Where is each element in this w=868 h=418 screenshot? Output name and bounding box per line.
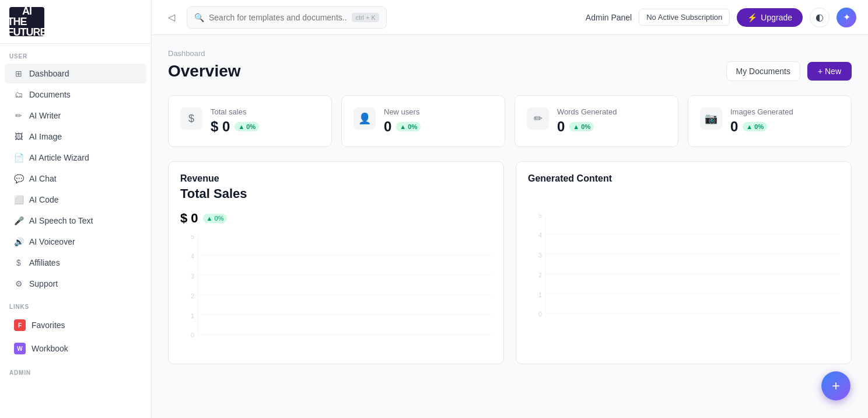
sidebar-item-workbook[interactable]: W Workbook bbox=[5, 337, 146, 360]
stat-card-new-users: 👤 New users 0 ▲ 0% bbox=[341, 95, 505, 147]
svg-text:3: 3 bbox=[191, 273, 194, 280]
words-generated-icon: ✏ bbox=[527, 107, 549, 130]
workbook-avatar: W bbox=[14, 343, 26, 354]
page-header: Overview My Documents + New bbox=[168, 61, 852, 81]
documents-icon: 🗂 bbox=[14, 90, 23, 99]
ai-article-icon: 📄 bbox=[14, 153, 23, 162]
sidebar-item-label: Favorites bbox=[32, 321, 65, 330]
favorites-avatar: F bbox=[14, 319, 26, 331]
revenue-badge: ▲ 0% bbox=[203, 214, 228, 223]
revenue-chart-card: Revenue Total Sales $ 0 ▲ 0% bbox=[168, 161, 504, 364]
generated-content-chart-card: Generated Content 5 4 3 2 1 bbox=[516, 161, 852, 364]
sidebar-item-label: Dashboard bbox=[29, 69, 69, 78]
sidebar-item-ai-speech[interactable]: 🎤 AI Speech to Text bbox=[5, 211, 146, 231]
revenue-chart-area: 5 4 3 2 1 0 bbox=[180, 235, 492, 352]
ai-writer-icon: ✏ bbox=[14, 111, 23, 120]
svg-text:4: 4 bbox=[538, 232, 542, 239]
upgrade-label: Upgrade bbox=[761, 13, 792, 22]
search-bar[interactable]: 🔍 ctrl + K bbox=[187, 6, 387, 29]
stat-card-total-sales: $ Total sales $ 0 ▲ 0% bbox=[168, 95, 332, 147]
svg-text:0: 0 bbox=[191, 332, 194, 339]
ai-speech-icon: 🎤 bbox=[14, 216, 23, 225]
ai-voiceover-icon: 🔊 bbox=[14, 237, 23, 246]
svg-text:5: 5 bbox=[191, 235, 194, 240]
sidebar-item-support[interactable]: ⚙ Support bbox=[5, 274, 146, 294]
stats-grid: $ Total sales $ 0 ▲ 0% 👤 New users 0 ▲ 0… bbox=[168, 95, 852, 147]
images-generated-icon: 📷 bbox=[700, 107, 722, 130]
logo: AI THE FUTURE bbox=[9, 7, 44, 36]
my-documents-button[interactable]: My Documents bbox=[726, 61, 800, 81]
revenue-chart-title: Revenue bbox=[180, 173, 492, 184]
generated-chart-area: 5 4 3 2 1 0 bbox=[528, 214, 839, 331]
sidebar-item-ai-article-wizard[interactable]: 📄 AI Article Wizard bbox=[5, 148, 146, 168]
sidebar-item-label: AI Speech to Text bbox=[29, 216, 93, 225]
words-generated-label: Words Generated bbox=[557, 107, 666, 116]
words-generated-badge: ▲ 0% bbox=[569, 122, 594, 131]
svg-text:3: 3 bbox=[538, 252, 542, 259]
header: ◁ 🔍 ctrl + K Admin Panel No Active Subsc… bbox=[152, 0, 868, 35]
sidebar-item-ai-image[interactable]: 🖼 AI Image bbox=[5, 127, 146, 147]
sidebar-item-documents[interactable]: 🗂 Documents bbox=[5, 85, 146, 104]
sidebar-item-dashboard[interactable]: ⊞ Dashboard bbox=[5, 64, 146, 83]
links-section-label: LINKS bbox=[0, 294, 151, 314]
no-subscription-badge: No Active Subscription bbox=[639, 9, 730, 26]
sidebar-item-label: Support bbox=[29, 279, 58, 288]
sidebar-item-label: Affiliates bbox=[29, 258, 60, 267]
sidebar-item-affiliates[interactable]: $ Affiliates bbox=[5, 253, 146, 273]
fab-button[interactable]: + bbox=[821, 371, 850, 400]
total-sales-icon: $ bbox=[180, 107, 202, 130]
sidebar-item-label: AI Chat bbox=[29, 174, 57, 183]
sidebar-item-label: Workbook bbox=[32, 344, 68, 353]
sidebar-item-favorites[interactable]: F Favorites bbox=[5, 314, 146, 336]
images-generated-badge: ▲ 0% bbox=[743, 122, 767, 131]
svg-text:2: 2 bbox=[191, 292, 194, 299]
images-generated-label: Images Generated bbox=[730, 107, 839, 116]
generated-chart-svg: 5 4 3 2 1 0 bbox=[528, 214, 839, 331]
sidebar-item-ai-voiceover[interactable]: 🔊 AI Voiceover bbox=[5, 232, 146, 252]
new-users-value: 0 ▲ 0% bbox=[384, 119, 493, 135]
ai-image-icon: 🖼 bbox=[14, 132, 23, 141]
upgrade-button[interactable]: ⚡ Upgrade bbox=[737, 8, 803, 27]
svg-text:0: 0 bbox=[538, 311, 542, 318]
admin-panel-link[interactable]: Admin Panel bbox=[586, 13, 632, 22]
charts-grid: Revenue Total Sales $ 0 ▲ 0% bbox=[168, 161, 852, 364]
user-section-label: USER bbox=[0, 44, 151, 63]
logo-ai: AI bbox=[22, 6, 32, 16]
revenue-value: $ 0 bbox=[180, 211, 198, 226]
images-generated-value: 0 ▲ 0% bbox=[730, 119, 839, 135]
sidebar-item-label: AI Article Wizard bbox=[29, 153, 89, 162]
search-shortcut: ctrl + K bbox=[352, 13, 379, 22]
new-users-icon: 👤 bbox=[354, 107, 376, 130]
search-input[interactable] bbox=[209, 13, 347, 22]
sidebar-item-ai-code[interactable]: ⬜ AI Code bbox=[5, 190, 146, 210]
ai-code-icon: ⬜ bbox=[14, 195, 23, 204]
svg-text:1: 1 bbox=[538, 291, 542, 298]
words-generated-value: 0 ▲ 0% bbox=[557, 119, 666, 135]
sidebar: AI THE FUTURE USER ⊞ Dashboard 🗂 Documen… bbox=[0, 0, 152, 418]
new-button[interactable]: + New bbox=[807, 62, 852, 81]
logo-future: THE FUTURE bbox=[8, 16, 47, 37]
svg-text:5: 5 bbox=[538, 214, 542, 219]
dark-mode-toggle[interactable]: ◐ bbox=[810, 8, 830, 27]
logo-container: AI THE FUTURE bbox=[0, 0, 151, 44]
sidebar-item-ai-chat[interactable]: 💬 AI Chat bbox=[5, 169, 146, 189]
generated-content-chart-title: Generated Content bbox=[528, 173, 839, 184]
total-sales-label: Total sales bbox=[211, 107, 320, 116]
ai-chat-icon: 💬 bbox=[14, 174, 23, 183]
stat-card-images-generated: 📷 Images Generated 0 ▲ 0% bbox=[688, 95, 852, 147]
svg-text:1: 1 bbox=[191, 312, 194, 319]
total-sales-value: $ 0 ▲ 0% bbox=[211, 119, 320, 135]
revenue-chart-svg: 5 4 3 2 1 0 bbox=[180, 235, 492, 352]
user-avatar[interactable]: ✦ bbox=[836, 8, 856, 27]
admin-section-label: ADMIN bbox=[0, 360, 151, 379]
sidebar-item-ai-writer[interactable]: ✏ AI Writer bbox=[5, 106, 146, 126]
breadcrumb: Dashboard bbox=[168, 49, 852, 58]
stat-card-words-generated: ✏ Words Generated 0 ▲ 0% bbox=[514, 95, 678, 147]
page-title: Overview bbox=[168, 62, 241, 81]
sidebar-item-label: AI Code bbox=[29, 195, 59, 204]
sidebar-toggle[interactable]: ◁ bbox=[163, 9, 180, 26]
sidebar-item-label: AI Writer bbox=[29, 111, 61, 120]
moon-icon: ◐ bbox=[816, 12, 824, 23]
page-actions: My Documents + New bbox=[726, 61, 852, 81]
sidebar-item-label: AI Voiceover bbox=[29, 237, 75, 246]
